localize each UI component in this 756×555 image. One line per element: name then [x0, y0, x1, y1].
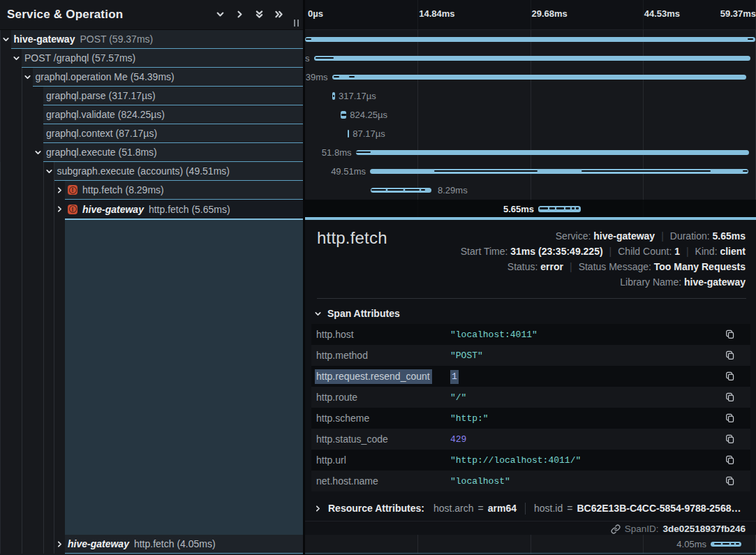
- span-bar[interactable]: [341, 111, 347, 119]
- span-row-graphql.operation[interactable]: graphql.operation Me (54.39ms): [0, 68, 303, 87]
- operation-name: http.fetch (5.65ms): [149, 204, 230, 215]
- copy-icon[interactable]: [725, 330, 735, 339]
- span-bar[interactable]: [332, 75, 746, 80]
- operation-name: http.fetch (8.29ms): [82, 184, 164, 195]
- indent-guides: [0, 124, 43, 143]
- span-meta: Service: hive-gateway|Duration: 5.65msSt…: [461, 228, 746, 290]
- resource-attributes-row[interactable]: Resource Attributes:host.arch=arm64host.…: [314, 501, 741, 516]
- span-attributes-toggle[interactable]: Span Attributes: [314, 306, 400, 321]
- attribute-row[interactable]: http.route"/": [311, 387, 750, 408]
- meta-value: hive-gateway: [684, 276, 746, 288]
- timeline-row[interactable]: 87.17µs: [305, 124, 756, 143]
- chevron-down-icon[interactable]: [34, 143, 43, 162]
- chevron-down-icon[interactable]: [44, 162, 54, 181]
- span-attributes-table: http.host"localhost:4011"http.method"POS…: [311, 324, 750, 491]
- timeline-row[interactable]: 824.25µs: [305, 105, 756, 124]
- span-row-graphql.context[interactable]: graphql.context (87.17µs): [0, 124, 303, 143]
- span-bar[interactable]: [370, 169, 748, 175]
- meta-separator: |: [570, 259, 572, 274]
- span-row-hive-gateway-http.fetch[interactable]: hive-gatewayhttp.fetch (5.65ms): [0, 200, 303, 219]
- duration-label: 54.39ms: [305, 72, 328, 82]
- timeline-row[interactable]: 49.51ms: [305, 162, 756, 181]
- span-row-content[interactable]: graphql.parse (317.17µs): [43, 87, 303, 105]
- span-bar[interactable]: [538, 206, 581, 212]
- copy-icon[interactable]: [725, 476, 735, 486]
- attribute-row[interactable]: http.status_code429: [311, 429, 750, 450]
- timeline-row[interactable]: 57.57ms: [305, 49, 756, 68]
- service-name: hive-gateway: [82, 204, 144, 215]
- chevron-right-icon[interactable]: [55, 200, 65, 219]
- span-row-hive-gateway-http.fetch[interactable]: hive-gatewayhttp.fetch (4.05ms): [0, 535, 303, 554]
- span-bar[interactable]: [305, 37, 755, 43]
- timeline-row[interactable]: 54.39ms: [305, 68, 756, 87]
- span-row-subgraph.execute[interactable]: subgraph.execute (accounts) (49.51ms): [0, 162, 303, 181]
- chevron-right-icon[interactable]: [55, 535, 65, 554]
- span-row-content[interactable]: graphql.execute (51.8ms): [43, 143, 303, 162]
- span-row-content[interactable]: graphql.context (87.17µs): [43, 124, 303, 143]
- copy-icon[interactable]: [725, 371, 735, 381]
- span-row-content[interactable]: hive-gatewayhttp.fetch (5.65ms): [65, 200, 303, 219]
- chevron-right-icon[interactable]: [55, 181, 65, 200]
- tick-label: 59.37ms: [720, 8, 756, 19]
- copy-icon[interactable]: [725, 413, 735, 423]
- span-bar[interactable]: [711, 542, 741, 547]
- timeline-row[interactable]: 8.29ms: [305, 181, 756, 200]
- span-bar[interactable]: [348, 130, 350, 138]
- panel-resize-handle[interactable]: [294, 20, 300, 27]
- copy-icon[interactable]: [725, 434, 735, 444]
- meta-value: error: [540, 261, 563, 272]
- timeline-row[interactable]: 59.37ms: [305, 30, 756, 49]
- span-row-graphql.parse[interactable]: graphql.parse (317.17µs): [0, 87, 303, 105]
- span-meta-line: Status: error|Status Message: Too Many R…: [461, 259, 746, 274]
- double-chevron-right-icon[interactable]: [274, 10, 283, 19]
- span-meta-line: Library Name: hive-gateway: [461, 274, 746, 290]
- chevron-down-icon[interactable]: [216, 10, 225, 19]
- double-chevron-down-icon[interactable]: [255, 10, 264, 19]
- span-row-graphql.execute[interactable]: graphql.execute (51.8ms): [0, 143, 303, 162]
- span-bar[interactable]: [371, 188, 431, 193]
- self-time-marker: [334, 76, 339, 78]
- copy-icon[interactable]: [725, 392, 735, 402]
- operation-name: subgraph.execute (accounts) (49.51ms): [57, 165, 230, 177]
- copy-icon[interactable]: [725, 350, 735, 360]
- span-row-hive-gateway-POST[interactable]: hive-gatewayPOST (59.37ms): [0, 30, 303, 49]
- span-row-graphql.validate[interactable]: graphql.validate (824.25µs): [0, 105, 303, 124]
- span-row-content[interactable]: graphql.operation Me (54.39ms): [33, 68, 304, 87]
- chevron-down-icon[interactable]: [22, 68, 32, 87]
- tick-label: 44.53ms: [644, 8, 680, 19]
- span-bar[interactable]: [332, 92, 335, 100]
- attribute-row[interactable]: http.host"localhost:4011": [311, 324, 750, 345]
- attribute-row[interactable]: http.url"http://localhost:4011/": [311, 450, 750, 471]
- span-row-POST[interactable]: POST /graphql (57.57ms): [0, 49, 303, 68]
- meta-separator: |: [686, 244, 689, 259]
- chevron-down-icon[interactable]: [12, 49, 22, 68]
- span-bar[interactable]: [314, 56, 750, 61]
- span-row-content[interactable]: hive-gatewayhttp.fetch (4.05ms): [65, 535, 303, 554]
- indent-guides: [0, 219, 65, 535]
- timeline-row[interactable]: 4.05ms: [305, 535, 756, 554]
- attribute-row[interactable]: http.scheme"http:": [311, 408, 750, 429]
- attribute-row[interactable]: http.method"POST": [311, 345, 750, 366]
- self-time-marker: [341, 114, 346, 116]
- span-title: http.fetch: [317, 228, 387, 248]
- timeline-row[interactable]: 317.17µs: [305, 87, 756, 105]
- span-bar[interactable]: [356, 150, 749, 156]
- meta-value: 1: [674, 246, 680, 257]
- timeline-row[interactable]: 51.8ms: [305, 143, 756, 162]
- span-row-content[interactable]: http.fetch (8.29ms): [65, 181, 303, 200]
- meta-value: Too Many Requests: [654, 261, 746, 272]
- chevron-right-icon[interactable]: [235, 10, 244, 19]
- timeline-row[interactable]: 5.65ms: [305, 200, 756, 219]
- span-detail-panel: http.fetch Service: hive-gateway|Duratio…: [305, 219, 756, 535]
- span-row-http.fetch[interactable]: http.fetch (8.29ms): [0, 181, 303, 200]
- span-row-content[interactable]: graphql.validate (824.25µs): [43, 105, 303, 124]
- span-row-content[interactable]: hive-gatewayPOST (59.37ms): [11, 30, 304, 49]
- attribute-row[interactable]: net.host.name"localhost": [311, 471, 750, 491]
- attribute-row[interactable]: http.request.resend_count1: [311, 366, 750, 387]
- resource-key: host.id: [534, 503, 563, 514]
- copy-icon[interactable]: [725, 455, 735, 465]
- link-icon[interactable]: [611, 524, 621, 534]
- span-row-content[interactable]: subgraph.execute (accounts) (49.51ms): [54, 162, 304, 181]
- span-row-content[interactable]: POST /graphql (57.57ms): [22, 49, 303, 68]
- chevron-down-icon[interactable]: [1, 30, 10, 49]
